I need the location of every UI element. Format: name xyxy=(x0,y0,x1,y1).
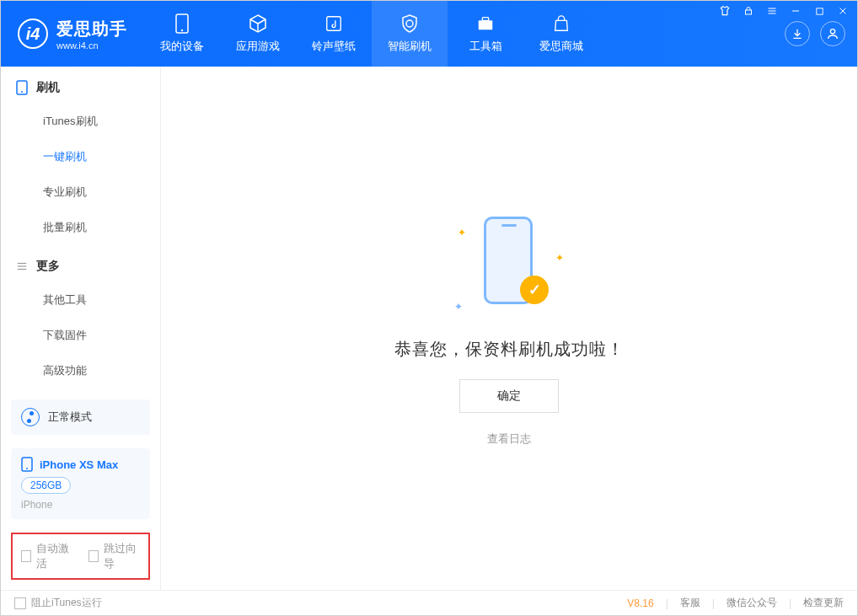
tab-toolbox[interactable]: 工具箱 xyxy=(448,1,523,67)
sidebar-group-flash: 刷机 xyxy=(1,67,160,104)
tab-store[interactable]: 爱思商城 xyxy=(523,1,599,67)
tab-label: 工具箱 xyxy=(469,39,502,54)
view-log-link[interactable]: 查看日志 xyxy=(487,431,531,447)
group-title: 刷机 xyxy=(36,80,60,95)
device-type: iPhone xyxy=(21,499,140,511)
brand: i4 爱思助手 www.i4.cn xyxy=(1,1,144,67)
device-name: iPhone XS Max xyxy=(40,458,118,471)
version-label: V8.16 xyxy=(627,597,653,609)
brand-logo-icon: i4 xyxy=(18,19,48,49)
sidebar-item-oneclick-flash[interactable]: 一键刷机 xyxy=(1,139,160,174)
tshirt-icon[interactable] xyxy=(716,3,733,19)
svg-rect-0 xyxy=(746,10,752,14)
svg-point-15 xyxy=(21,91,23,93)
toolbox-icon xyxy=(475,13,496,34)
svg-rect-11 xyxy=(479,20,493,29)
tab-label: 智能刷机 xyxy=(388,39,432,54)
tab-apps[interactable]: 应用游戏 xyxy=(220,1,296,67)
checkbox-block-itunes[interactable]: 阻止iTunes运行 xyxy=(14,596,102,610)
svg-rect-5 xyxy=(816,8,822,13)
tab-label: 我的设备 xyxy=(160,39,204,54)
device-storage: 256GB xyxy=(21,477,71,494)
maximize-button[interactable] xyxy=(811,3,828,19)
group-title: 更多 xyxy=(36,259,60,274)
sparkle-icon: ✦ xyxy=(555,252,564,264)
success-message: 恭喜您，保资料刷机成功啦！ xyxy=(394,338,625,361)
tab-label: 爱思商城 xyxy=(539,39,583,54)
sidebar-item-other-tools[interactable]: 其他工具 xyxy=(1,282,160,318)
sparkle-icon: ✦ xyxy=(458,227,466,238)
checkbox-auto-activate[interactable]: 自动激活 xyxy=(21,541,73,571)
options-highlight-box: 自动激活 跳过向导 xyxy=(11,533,150,580)
device-icon xyxy=(16,80,28,95)
bag-icon xyxy=(551,13,571,34)
sidebar-item-itunes-flash[interactable]: iTunes刷机 xyxy=(1,104,160,139)
phone-icon xyxy=(172,13,192,34)
tab-flash[interactable]: 智能刷机 xyxy=(372,1,448,67)
sparkle-icon: ✦ xyxy=(454,301,463,313)
lock-icon[interactable] xyxy=(740,3,757,19)
brand-title: 爱思助手 xyxy=(56,18,127,40)
sidebar-item-download-firmware[interactable]: 下载固件 xyxy=(1,318,160,353)
menu-icon[interactable] xyxy=(764,3,780,19)
tab-label: 铃声壁纸 xyxy=(312,39,356,54)
check-badge-icon: ✓ xyxy=(520,276,549,304)
download-button[interactable] xyxy=(785,21,810,46)
main-tabs: 我的设备 应用游戏 铃声壁纸 智能刷机 工具箱 爱思商城 xyxy=(144,1,599,67)
footer-link-wechat[interactable]: 微信公众号 xyxy=(727,596,777,610)
user-button[interactable] xyxy=(820,21,845,46)
footer-link-update[interactable]: 检查更新 xyxy=(803,596,844,610)
cube-icon xyxy=(248,13,268,34)
sidebar: 刷机 iTunes刷机 一键刷机 专业刷机 批量刷机 更多 其他工具 下载固件 … xyxy=(1,67,161,590)
svg-point-13 xyxy=(830,29,834,34)
device-phone-icon xyxy=(21,457,33,472)
svg-point-9 xyxy=(181,29,183,31)
mode-label: 正常模式 xyxy=(48,410,92,425)
list-icon xyxy=(16,260,28,272)
footer-link-support[interactable]: 客服 xyxy=(680,596,700,610)
shield-sync-icon xyxy=(400,13,420,34)
close-button[interactable] xyxy=(834,3,851,19)
music-icon xyxy=(324,13,344,34)
sidebar-item-batch-flash[interactable]: 批量刷机 xyxy=(1,210,160,245)
mode-icon xyxy=(21,408,40,426)
tab-my-device[interactable]: 我的设备 xyxy=(144,1,220,67)
mode-box[interactable]: 正常模式 xyxy=(11,399,150,435)
sidebar-item-advanced[interactable]: 高级功能 xyxy=(1,353,160,388)
tab-label: 应用游戏 xyxy=(236,39,280,54)
success-illustration: ✦ ✦ ✦ ✓ xyxy=(454,210,564,319)
svg-point-20 xyxy=(26,468,28,469)
main-content: ✦ ✦ ✦ ✓ 恭喜您，保资料刷机成功啦！ 确定 查看日志 xyxy=(161,67,857,590)
svg-rect-12 xyxy=(482,18,488,21)
sidebar-item-pro-flash[interactable]: 专业刷机 xyxy=(1,174,160,210)
confirm-button[interactable]: 确定 xyxy=(459,379,559,413)
device-box[interactable]: iPhone XS Max 256GB iPhone xyxy=(11,448,150,519)
footer: 阻止iTunes运行 V8.16 | 客服 | 微信公众号 | 检查更新 xyxy=(1,590,857,615)
svg-rect-10 xyxy=(327,17,341,31)
minimize-button[interactable] xyxy=(787,3,804,19)
brand-subtitle: www.i4.cn xyxy=(56,40,127,51)
tab-ringtones[interactable]: 铃声壁纸 xyxy=(296,1,372,67)
checkbox-skip-guide[interactable]: 跳过向导 xyxy=(88,541,141,571)
sidebar-group-more: 更多 xyxy=(1,245,160,282)
titlebar-controls xyxy=(716,3,851,19)
